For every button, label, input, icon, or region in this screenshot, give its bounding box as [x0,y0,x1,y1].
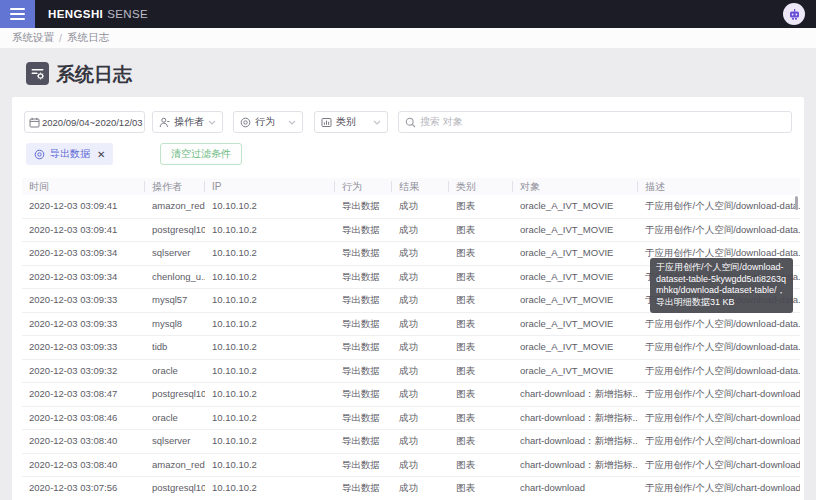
cell-ip: 10.10.10.2 [205,242,335,265]
search-input[interactable]: 搜索 对象 [398,111,792,133]
cell-category: 图表 [449,477,513,500]
cell-action: 导出数据 [335,407,392,430]
cell-object: oracle_A_IVT_MOVIE [513,219,638,242]
cell-ip: 10.10.10.2 [205,313,335,336]
cell-action: 导出数据 [335,360,392,383]
target-icon [34,149,45,160]
cell-result: 成功 [392,383,449,406]
page-header: 系统日志 [0,48,816,97]
column-header-time: 时间 [22,178,145,195]
chevron-down-icon [373,120,381,125]
cell-object: oracle_A_IVT_MOVIE [513,313,638,336]
cell-action: 导出数据 [335,195,392,218]
cell-result: 成功 [392,219,449,242]
cell-operator: chenlong_u... [145,266,205,289]
cell-operator: mysql8 [145,313,205,336]
cell-result: 成功 [392,266,449,289]
cell-ip: 10.10.10.2 [205,430,335,453]
cell-time: 2020-12-03 03:09:41 [22,219,145,242]
cell-category: 图表 [449,219,513,242]
log-table: 时间操作者IP行为结果类别对象描述 2020-12-03 03:09:41ama… [22,178,800,500]
category-filter-label: 类别 [336,115,356,129]
breadcrumb-settings[interactable]: 系统设置 [12,31,54,45]
hamburger-icon [10,8,25,10]
cell-operator: amazon_red... [145,454,205,477]
cell-object: oracle_A_IVT_MOVIE [513,195,638,218]
operator-filter-label: 操作者 [174,115,204,129]
action-filter-label: 行为 [255,115,275,129]
cell-operator: oracle [145,407,205,430]
cell-result: 成功 [392,242,449,265]
breadcrumb: 系统设置 / 系统日志 [0,28,816,48]
cell-description: 于应用创作/个人空间/download-data... [638,195,800,218]
cell-description: 于应用创作/个人空间/download-data... [638,313,800,336]
table-row: 2020-12-03 03:09:32oracle10.10.10.2导出数据成… [22,360,800,384]
cell-action: 导出数据 [335,383,392,406]
cell-time: 2020-12-03 03:08:47 [22,383,145,406]
breadcrumb-separator: / [59,32,62,44]
cell-time: 2020-12-03 03:09:33 [22,313,145,336]
date-range-input[interactable]: 2020/09/04~2020/12/03 [24,111,145,133]
cell-result: 成功 [392,454,449,477]
cell-action: 导出数据 [335,219,392,242]
calendar-icon [29,117,40,128]
cell-time: 2020-12-03 03:09:41 [22,195,145,218]
cell-category: 图表 [449,407,513,430]
person-icon [159,117,170,128]
cell-category: 图表 [449,313,513,336]
date-range-value: 2020/09/04~2020/12/03 [42,117,143,128]
target-icon [240,117,251,128]
cell-ip: 10.10.10.2 [205,266,335,289]
table-row: 2020-12-03 03:08:40amazon_red...10.10.10… [22,454,800,478]
column-header-description: 描述 [638,178,800,195]
operator-filter-dropdown[interactable]: 操作者 [152,111,223,133]
cell-operator: sqlserver [145,242,205,265]
column-header-ip: IP [205,178,335,195]
top-bar: HENGSHI SENSE [0,0,816,28]
search-placeholder: 搜索 对象 [420,115,463,129]
cell-result: 成功 [392,289,449,312]
table-row: 2020-12-03 03:09:33mysql810.10.10.2导出数据成… [22,313,800,337]
action-filter-dropdown[interactable]: 行为 [233,111,303,133]
remove-filter-icon[interactable]: ✕ [97,149,105,160]
cell-result: 成功 [392,407,449,430]
cell-time: 2020-12-03 03:08:46 [22,407,145,430]
filter-tag-export-data: 导出数据 ✕ [26,143,113,165]
page-title: 系统日志 [56,62,132,88]
table-row: 2020-12-03 03:08:40sqlserver10.10.10.2导出… [22,430,800,454]
cell-result: 成功 [392,336,449,359]
vertical-scrollbar-thumb[interactable] [795,196,798,210]
cell-ip: 10.10.10.2 [205,477,335,500]
cell-category: 图表 [449,336,513,359]
user-avatar[interactable] [783,3,805,25]
cell-operator: amazon_red... [145,195,205,218]
cell-operator: tidb [145,336,205,359]
cell-description: 于应用创作/个人空间/download-data... [638,336,800,359]
cell-object: oracle_A_IVT_MOVIE [513,360,638,383]
cell-category: 图表 [449,383,513,406]
cell-ip: 10.10.10.2 [205,219,335,242]
cell-category: 图表 [449,454,513,477]
cell-action: 导出数据 [335,242,392,265]
cell-ip: 10.10.10.2 [205,195,335,218]
column-header-operator: 操作者 [145,178,205,195]
search-icon [405,117,416,128]
category-filter-dropdown[interactable]: 类别 [314,111,388,133]
menu-button[interactable] [0,0,35,28]
cell-time: 2020-12-03 03:09:34 [22,242,145,265]
breadcrumb-system-log: 系统日志 [67,31,109,45]
clear-filters-button[interactable]: 清空过滤条件 [160,143,242,165]
cell-object: oracle_A_IVT_MOVIE [513,289,638,312]
cell-time: 2020-12-03 03:07:56 [22,477,145,500]
cell-time: 2020-12-03 03:09:32 [22,360,145,383]
cell-object: chart-download：新增指标... [513,454,638,477]
cell-ip: 10.10.10.2 [205,407,335,430]
cell-time: 2020-12-03 03:08:40 [22,454,145,477]
cell-description: 于应用创作/个人空间/chart-download... [638,383,800,406]
cell-category: 图表 [449,430,513,453]
cell-object: chart-download：新增指标... [513,383,638,406]
cell-object: chart-download：新增指标... [513,407,638,430]
app-logo: HENGSHI SENSE [48,0,148,28]
cell-action: 导出数据 [335,266,392,289]
cell-time: 2020-12-03 03:09:33 [22,289,145,312]
